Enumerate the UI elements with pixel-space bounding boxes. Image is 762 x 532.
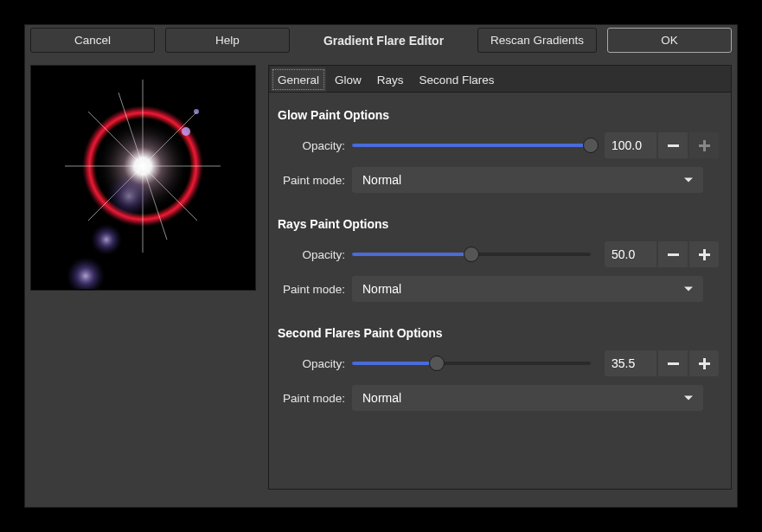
tab-bar: General Glow Rays Second Flares	[269, 66, 731, 93]
minus-icon	[668, 253, 679, 256]
glow-opacity-slider[interactable]	[352, 144, 591, 147]
glow-opacity-increment	[689, 132, 719, 158]
tab-general[interactable]: General	[271, 67, 326, 92]
glow-opacity-slider-thumb[interactable]	[583, 138, 599, 153]
svg-point-16	[182, 127, 190, 136]
rays-opacity-increment[interactable]	[689, 241, 719, 267]
dialog-content: General Glow Rays Second Flares Glow Pai…	[25, 65, 737, 490]
rays-mode-value: Normal	[362, 282, 401, 296]
sf-mode-label: Paint mode:	[278, 392, 345, 405]
preview-frame	[30, 65, 256, 291]
glow-mode-row: Paint mode: Normal	[278, 167, 722, 193]
plus-icon	[699, 249, 710, 260]
rays-opacity-label: Opacity:	[293, 248, 345, 261]
glow-mode-dropdown[interactable]: Normal	[352, 167, 703, 193]
glow-opacity-spin	[605, 132, 719, 158]
sf-opacity-label: Opacity:	[293, 357, 345, 370]
gradient-flare-editor-dialog: Cancel Help Gradient Flare Editor Rescan…	[24, 24, 738, 508]
rays-mode-label: Paint mode:	[278, 283, 345, 296]
chevron-down-icon	[684, 287, 693, 292]
glow-section-title: Glow Paint Options	[278, 108, 722, 122]
rays-opacity-spin	[605, 241, 719, 267]
sf-opacity-increment[interactable]	[689, 350, 719, 376]
ok-button[interactable]: OK	[607, 28, 732, 53]
sf-opacity-decrement[interactable]	[658, 350, 688, 376]
plus-icon	[699, 358, 710, 369]
sf-opacity-slider-fill	[352, 362, 437, 365]
rays-opacity-slider-thumb[interactable]	[464, 247, 479, 262]
dialog-button-row: Cancel Help Gradient Flare Editor Rescan…	[25, 25, 737, 65]
rays-mode-dropdown[interactable]: Normal	[352, 276, 703, 302]
glow-opacity-decrement[interactable]	[658, 132, 688, 158]
rays-opacity-slider-fill	[352, 253, 471, 256]
tab-rays[interactable]: Rays	[370, 67, 411, 92]
glow-section: Glow Paint Options Opacity: Paint mode:	[269, 93, 731, 193]
svg-point-14	[91, 224, 122, 255]
minus-icon	[668, 362, 679, 365]
glow-mode-value: Normal	[362, 173, 401, 187]
flare-preview-svg	[32, 67, 254, 289]
rays-section-title: Rays Paint Options	[278, 217, 722, 231]
sf-opacity-slider[interactable]	[352, 362, 591, 365]
rays-opacity-decrement[interactable]	[658, 241, 688, 267]
rescan-gradients-button[interactable]: Rescan Gradients	[477, 28, 597, 53]
sf-mode-dropdown[interactable]: Normal	[352, 385, 703, 411]
sf-opacity-spin	[605, 350, 719, 376]
sf-mode-row: Paint mode: Normal	[278, 385, 722, 411]
help-button[interactable]: Help	[165, 28, 290, 53]
rays-opacity-row: Opacity:	[278, 241, 722, 267]
tab-glow[interactable]: Glow	[328, 67, 368, 92]
sf-section-title: Second Flares Paint Options	[278, 326, 722, 340]
plus-icon	[699, 140, 710, 151]
sf-opacity-row: Opacity:	[278, 350, 722, 376]
tab-second-flares[interactable]: Second Flares	[413, 67, 502, 92]
minus-icon	[668, 144, 679, 147]
glow-opacity-row: Opacity:	[278, 132, 722, 158]
glow-opacity-label: Opacity:	[293, 139, 345, 152]
settings-panel: General Glow Rays Second Flares Glow Pai…	[268, 65, 732, 490]
glow-opacity-slider-fill	[352, 144, 591, 147]
chevron-down-icon	[684, 396, 693, 401]
glow-mode-label: Paint mode:	[278, 174, 345, 187]
cancel-button[interactable]: Cancel	[30, 28, 155, 53]
rays-mode-row: Paint mode: Normal	[278, 276, 722, 302]
second-flares-section: Second Flares Paint Options Opacity: Pai…	[269, 311, 731, 411]
rays-section: Rays Paint Options Opacity: Paint mode:	[269, 202, 731, 302]
glow-opacity-input[interactable]	[605, 132, 656, 158]
chevron-down-icon	[684, 178, 693, 183]
flare-preview	[32, 67, 254, 289]
sf-opacity-slider-thumb[interactable]	[429, 356, 445, 371]
rays-opacity-slider[interactable]	[352, 253, 591, 256]
svg-point-13	[106, 174, 151, 219]
svg-point-17	[194, 109, 199, 114]
sf-opacity-input[interactable]	[605, 350, 656, 376]
dialog-title: Gradient Flare Editor	[300, 34, 467, 48]
rays-opacity-input[interactable]	[605, 241, 656, 267]
sf-mode-value: Normal	[362, 391, 401, 405]
